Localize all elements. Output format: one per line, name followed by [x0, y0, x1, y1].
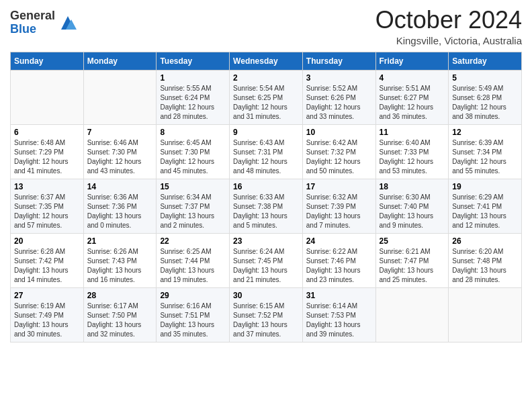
day-info: Sunrise: 6:46 AMSunset: 7:30 PMDaylight:…	[87, 138, 153, 176]
day-number: 9	[233, 128, 299, 137]
location: Kingsville, Victoria, Australia	[375, 35, 522, 46]
day-info: Sunrise: 6:16 AMSunset: 7:51 PMDaylight:…	[160, 302, 226, 339]
logo: General Blue	[10, 9, 78, 36]
day-number: 24	[306, 236, 372, 246]
day-info: Sunrise: 6:45 AMSunset: 7:30 PMDaylight:…	[160, 138, 226, 176]
day-info: Sunrise: 5:49 AMSunset: 6:28 PMDaylight:…	[452, 84, 518, 122]
calendar-week-3: 13Sunrise: 6:37 AMSunset: 7:35 PMDayligh…	[11, 179, 522, 233]
day-info: Sunrise: 5:55 AMSunset: 6:24 PMDaylight:…	[160, 84, 226, 122]
calendar-cell: 31Sunrise: 6:14 AMSunset: 7:53 PMDayligh…	[302, 287, 375, 342]
weekday-header-wednesday: Wednesday	[230, 52, 303, 70]
day-info: Sunrise: 6:17 AMSunset: 7:50 PMDaylight:…	[87, 302, 153, 339]
calendar-cell	[83, 70, 157, 124]
weekday-header-saturday: Saturday	[449, 52, 522, 70]
logo-blue: Blue	[10, 23, 55, 36]
calendar-cell: 5Sunrise: 5:49 AMSunset: 6:28 PMDaylight…	[449, 70, 522, 124]
day-number: 30	[233, 291, 299, 300]
calendar-cell	[375, 287, 449, 342]
day-number: 20	[14, 236, 80, 246]
day-number: 5	[452, 73, 518, 83]
day-number: 25	[380, 236, 445, 246]
weekday-header-tuesday: Tuesday	[157, 52, 230, 70]
calendar-cell: 29Sunrise: 6:16 AMSunset: 7:51 PMDayligh…	[157, 287, 230, 342]
calendar-header: SundayMondayTuesdayWednesdayThursdayFrid…	[11, 52, 522, 70]
calendar-cell: 8Sunrise: 6:45 AMSunset: 7:30 PMDaylight…	[157, 124, 230, 179]
day-info: Sunrise: 5:51 AMSunset: 6:27 PMDaylight:…	[380, 84, 445, 122]
calendar-cell: 1Sunrise: 5:55 AMSunset: 6:24 PMDaylight…	[157, 70, 230, 124]
calendar-cell: 24Sunrise: 6:22 AMSunset: 7:46 PMDayligh…	[302, 233, 375, 287]
calendar-cell: 17Sunrise: 6:32 AMSunset: 7:39 PMDayligh…	[302, 179, 375, 233]
day-number: 4	[380, 73, 445, 83]
calendar-cell: 7Sunrise: 6:46 AMSunset: 7:30 PMDaylight…	[83, 124, 157, 179]
calendar-cell: 10Sunrise: 6:42 AMSunset: 7:32 PMDayligh…	[302, 124, 375, 179]
calendar-cell: 13Sunrise: 6:37 AMSunset: 7:35 PMDayligh…	[11, 179, 84, 233]
calendar-cell: 3Sunrise: 5:52 AMSunset: 6:26 PMDaylight…	[302, 70, 375, 124]
day-info: Sunrise: 6:14 AMSunset: 7:53 PMDaylight:…	[306, 302, 372, 339]
day-number: 18	[380, 182, 445, 191]
calendar-cell: 9Sunrise: 6:43 AMSunset: 7:31 PMDaylight…	[230, 124, 303, 179]
weekday-header-sunday: Sunday	[11, 52, 84, 70]
day-number: 3	[306, 73, 372, 83]
calendar-cell: 16Sunrise: 6:33 AMSunset: 7:38 PMDayligh…	[230, 179, 303, 233]
day-info: Sunrise: 6:32 AMSunset: 7:39 PMDaylight:…	[306, 193, 372, 230]
day-info: Sunrise: 6:25 AMSunset: 7:44 PMDaylight:…	[160, 247, 226, 285]
day-info: Sunrise: 6:33 AMSunset: 7:38 PMDaylight:…	[233, 193, 299, 230]
day-info: Sunrise: 6:19 AMSunset: 7:49 PMDaylight:…	[14, 302, 80, 339]
day-number: 19	[452, 182, 518, 191]
calendar-week-2: 6Sunrise: 6:48 AMSunset: 7:29 PMDaylight…	[11, 124, 522, 179]
calendar-cell: 14Sunrise: 6:36 AMSunset: 7:36 PMDayligh…	[83, 179, 157, 233]
day-info: Sunrise: 6:24 AMSunset: 7:45 PMDaylight:…	[233, 247, 299, 285]
header: General Blue October 2024 Kingsville, Vi…	[10, 7, 522, 46]
calendar-cell: 18Sunrise: 6:30 AMSunset: 7:40 PMDayligh…	[375, 179, 449, 233]
day-number: 16	[233, 182, 299, 191]
calendar-cell: 12Sunrise: 6:39 AMSunset: 7:34 PMDayligh…	[449, 124, 522, 179]
calendar-cell: 22Sunrise: 6:25 AMSunset: 7:44 PMDayligh…	[157, 233, 230, 287]
calendar-cell	[11, 70, 84, 124]
day-info: Sunrise: 5:54 AMSunset: 6:25 PMDaylight:…	[233, 84, 299, 122]
day-info: Sunrise: 6:48 AMSunset: 7:29 PMDaylight:…	[14, 138, 80, 176]
calendar-week-4: 20Sunrise: 6:28 AMSunset: 7:42 PMDayligh…	[11, 233, 522, 287]
weekday-header-friday: Friday	[375, 52, 449, 70]
calendar-week-5: 27Sunrise: 6:19 AMSunset: 7:49 PMDayligh…	[11, 287, 522, 342]
weekday-header-row: SundayMondayTuesdayWednesdayThursdayFrid…	[11, 52, 522, 70]
calendar-cell: 30Sunrise: 6:15 AMSunset: 7:52 PMDayligh…	[230, 287, 303, 342]
calendar-cell: 23Sunrise: 6:24 AMSunset: 7:45 PMDayligh…	[230, 233, 303, 287]
day-number: 15	[160, 182, 226, 191]
calendar-cell: 11Sunrise: 6:40 AMSunset: 7:33 PMDayligh…	[375, 124, 449, 179]
calendar-cell: 20Sunrise: 6:28 AMSunset: 7:42 PMDayligh…	[11, 233, 84, 287]
weekday-header-thursday: Thursday	[302, 52, 375, 70]
day-info: Sunrise: 5:52 AMSunset: 6:26 PMDaylight:…	[306, 84, 372, 122]
logo-text: General Blue	[10, 9, 55, 36]
page: General Blue October 2024 Kingsville, Vi…	[0, 0, 532, 411]
day-number: 23	[233, 236, 299, 246]
day-info: Sunrise: 6:40 AMSunset: 7:33 PMDaylight:…	[380, 138, 445, 176]
calendar-cell: 15Sunrise: 6:34 AMSunset: 7:37 PMDayligh…	[157, 179, 230, 233]
day-info: Sunrise: 6:21 AMSunset: 7:47 PMDaylight:…	[380, 247, 445, 285]
day-info: Sunrise: 6:29 AMSunset: 7:41 PMDaylight:…	[452, 193, 518, 230]
day-number: 11	[380, 128, 445, 137]
calendar-cell: 26Sunrise: 6:20 AMSunset: 7:48 PMDayligh…	[449, 233, 522, 287]
calendar-cell: 28Sunrise: 6:17 AMSunset: 7:50 PMDayligh…	[83, 287, 157, 342]
calendar-cell: 25Sunrise: 6:21 AMSunset: 7:47 PMDayligh…	[375, 233, 449, 287]
title-section: October 2024 Kingsville, Victoria, Austr…	[375, 7, 522, 46]
day-info: Sunrise: 6:37 AMSunset: 7:35 PMDaylight:…	[14, 193, 80, 230]
day-number: 14	[87, 182, 153, 191]
day-info: Sunrise: 6:30 AMSunset: 7:40 PMDaylight:…	[380, 193, 445, 230]
day-number: 27	[14, 291, 80, 300]
calendar-cell: 4Sunrise: 5:51 AMSunset: 6:27 PMDaylight…	[375, 70, 449, 124]
day-number: 13	[14, 182, 80, 191]
day-number: 26	[452, 236, 518, 246]
day-number: 22	[160, 236, 226, 246]
calendar-cell: 19Sunrise: 6:29 AMSunset: 7:41 PMDayligh…	[449, 179, 522, 233]
day-info: Sunrise: 6:20 AMSunset: 7:48 PMDaylight:…	[452, 247, 518, 285]
day-info: Sunrise: 6:39 AMSunset: 7:34 PMDaylight:…	[452, 138, 518, 176]
calendar-cell: 27Sunrise: 6:19 AMSunset: 7:49 PMDayligh…	[11, 287, 84, 342]
day-number: 31	[306, 291, 372, 300]
day-number: 21	[87, 236, 153, 246]
logo-general: General	[10, 9, 55, 23]
day-number: 10	[306, 128, 372, 137]
calendar-cell: 6Sunrise: 6:48 AMSunset: 7:29 PMDaylight…	[11, 124, 84, 179]
month-title: October 2024	[375, 7, 522, 34]
calendar-body: 1Sunrise: 5:55 AMSunset: 6:24 PMDaylight…	[11, 70, 522, 342]
day-number: 29	[160, 291, 226, 300]
